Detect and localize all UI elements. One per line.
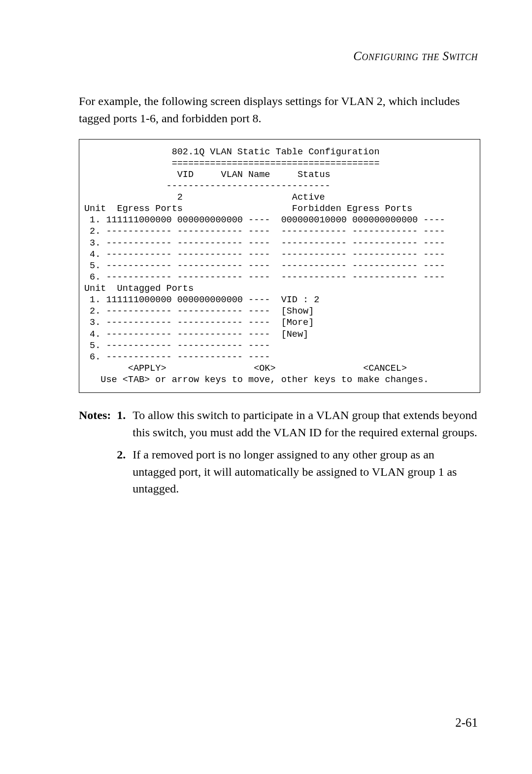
intro-paragraph: For example, the following screen displa…	[79, 93, 480, 127]
note-number: 1.	[117, 407, 126, 441]
note-number: 2.	[117, 446, 126, 497]
notes-list: 1.To allow this switch to participate in…	[117, 407, 480, 502]
note-item: 2.If a removed port is no longer assigne…	[117, 446, 480, 497]
notes-label: Notes:	[79, 407, 111, 424]
note-text: If a removed port is no longer assigned …	[133, 446, 480, 497]
terminal-screen: 802.1Q VLAN Static Table Configuration =…	[79, 139, 480, 393]
note-item: 1.To allow this switch to participate in…	[117, 407, 480, 441]
note-text: To allow this switch to participate in a…	[133, 407, 480, 441]
notes-section: Notes: 1.To allow this switch to partici…	[79, 407, 480, 502]
page-number: 2-61	[455, 716, 478, 730]
page-header: Configuring the Switch	[79, 49, 480, 63]
